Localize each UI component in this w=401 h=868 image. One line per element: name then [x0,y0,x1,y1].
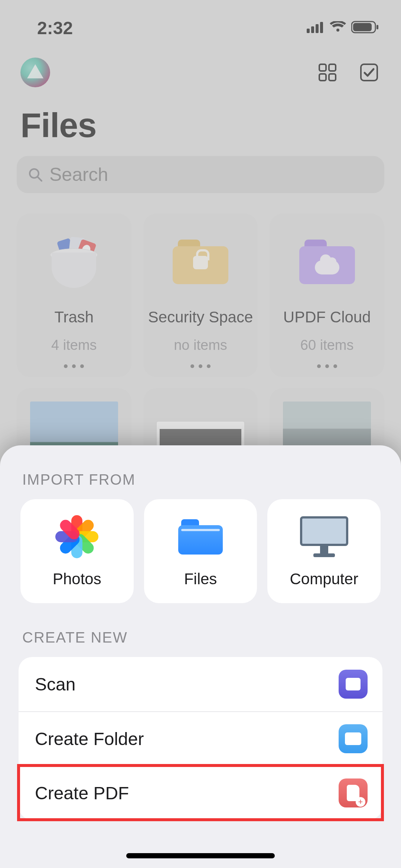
row-label: Create Folder [35,729,144,749]
import-label: Photos [53,570,101,588]
create-folder[interactable]: Create Folder [19,711,382,765]
select-checkbox-icon[interactable] [359,63,379,82]
cellular-icon [307,21,325,35]
scan-icon [339,670,368,699]
folder-icon [176,514,225,559]
battery-icon [351,21,379,35]
svg-point-12 [30,169,39,178]
svg-rect-6 [376,25,378,29]
folder-icon [339,724,368,753]
trash-icon [48,236,100,288]
create-pdf[interactable]: Create PDF [19,765,382,820]
view-grid-icon[interactable] [318,63,337,82]
row-label: Create PDF [35,783,129,803]
pdf-plus-icon [339,778,368,807]
svg-rect-9 [319,74,326,81]
svg-rect-8 [329,64,336,71]
svg-rect-3 [320,22,323,33]
folder-subtitle: no items [174,337,227,353]
folder-security-space[interactable]: Security Space no items [143,214,258,377]
wifi-icon [330,21,346,35]
svg-rect-7 [319,64,326,71]
create-section-title: CREATE NEW [0,629,401,657]
import-from-computer[interactable]: Computer [267,499,381,603]
folder-trash[interactable]: Trash 4 items [17,214,131,377]
search-field[interactable] [17,156,384,193]
computer-icon [300,514,348,559]
search-icon [28,167,43,182]
account-avatar[interactable] [20,58,50,87]
locked-folder-icon [173,240,228,284]
status-time: 2:32 [37,18,73,38]
import-from-files[interactable]: Files [144,499,257,603]
cloud-folder-icon [299,240,355,284]
app-bar [0,41,401,87]
svg-rect-2 [316,24,319,33]
svg-rect-11 [361,64,377,81]
status-icons [307,21,379,35]
add-bottom-sheet: IMPORT FROM Photos Files Computer CREATE… [0,445,401,868]
import-options: Photos Files Computer [0,499,401,629]
more-icon[interactable] [190,364,211,368]
svg-rect-5 [353,23,372,31]
more-icon[interactable] [317,364,337,368]
create-scan[interactable]: Scan [19,657,382,711]
import-section-title: IMPORT FROM [0,471,401,499]
folder-subtitle: 4 items [51,337,97,353]
svg-line-13 [38,177,42,181]
row-label: Scan [35,674,75,695]
folder-title: Security Space [148,308,253,326]
import-from-photos[interactable]: Photos [20,499,134,603]
folder-updf-cloud[interactable]: UPDF Cloud 60 items [270,214,384,377]
import-label: Computer [290,570,358,588]
svg-rect-10 [329,74,336,81]
create-options: Scan Create Folder Create PDF [19,657,382,820]
folder-subtitle: 60 items [300,337,354,353]
svg-rect-1 [311,26,314,33]
folder-cards: Trash 4 items Security Space no items UP… [0,193,401,377]
folder-title: Trash [54,308,94,326]
page-title: Files [0,87,401,156]
status-bar: 2:32 [0,0,401,41]
photos-flower-icon [53,514,101,559]
svg-rect-0 [307,29,310,33]
more-icon[interactable] [64,364,84,368]
import-label: Files [184,570,217,588]
search-input[interactable] [49,164,373,185]
folder-title: UPDF Cloud [283,308,371,326]
home-indicator[interactable] [126,853,275,858]
